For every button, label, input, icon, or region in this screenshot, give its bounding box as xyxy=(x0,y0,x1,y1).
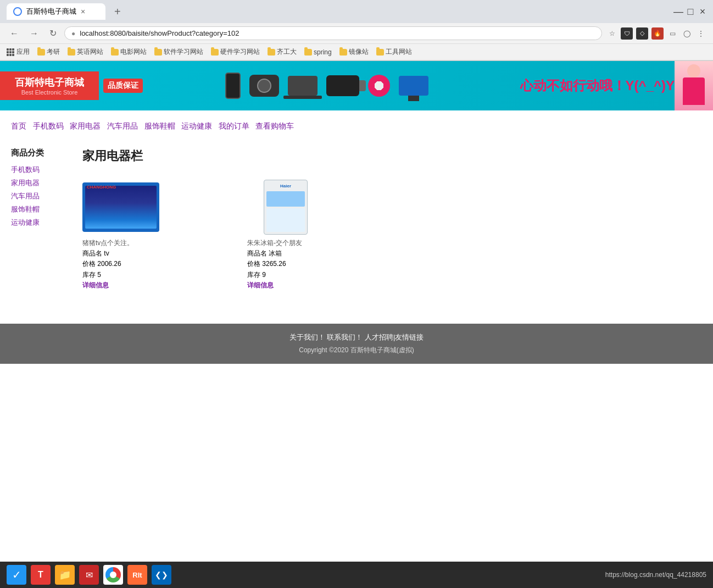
sidebar-item-auto[interactable]: 汽车用品 xyxy=(11,191,82,201)
product-fridge-image-wrapper: Haier xyxy=(247,180,324,235)
lock-icon: ● xyxy=(71,30,75,37)
product-tv-stock-label: 库存 xyxy=(82,271,96,279)
product-tv-stock-row: 库存 5 xyxy=(82,270,133,280)
laptop-product-icon xyxy=(288,76,317,96)
banner-logo: 百斯特电子商城 Best Electronic Store xyxy=(0,71,99,100)
product-fridge-stock-label: 库存 xyxy=(247,271,260,279)
fridge-top xyxy=(266,191,305,207)
nav-auto[interactable]: 汽车用品 xyxy=(107,121,138,130)
folder-icon xyxy=(268,49,275,56)
browser-tab[interactable]: 百斯特电子商城 × xyxy=(7,3,105,20)
folder-icon xyxy=(211,49,219,56)
more-icon[interactable]: ⋮ xyxy=(695,28,706,39)
extension-icon[interactable]: ◇ xyxy=(636,27,648,40)
banner-badge: 品质保证 xyxy=(103,79,143,93)
bookmark-kaoyuan[interactable]: 考研 xyxy=(35,46,62,58)
haier-logo: Haier xyxy=(266,182,305,190)
product-tv-name-label: 商品名 xyxy=(82,249,102,257)
maximize-button[interactable]: □ xyxy=(687,8,694,15)
bookmark-label: 工具网站 xyxy=(386,47,412,57)
nav-appliance[interactable]: 家用电器 xyxy=(70,121,101,130)
bookmark-tools[interactable]: 工具网站 xyxy=(374,46,414,58)
minimize-button[interactable]: — xyxy=(675,8,682,15)
bookmark-label: spring xyxy=(314,48,332,56)
sidebar-item-mobile[interactable]: 手机数码 xyxy=(11,165,82,175)
browser-nav-icons: ☆ 🛡 ◇ 🔥 ▭ ◯ ⋮ xyxy=(606,27,706,40)
product-fridge-name: 冰箱 xyxy=(269,249,282,257)
folder-icon xyxy=(154,49,162,56)
bookmark-label: 电影网站 xyxy=(120,47,147,57)
monitor-product-icon xyxy=(399,76,428,96)
sidebar: 商品分类 手机数码 家用电器 汽车用品 服饰鞋帽 运动健康 xyxy=(11,148,82,291)
new-tab-button[interactable]: + xyxy=(110,5,125,18)
close-button[interactable]: × xyxy=(699,8,706,15)
firefox-icon[interactable]: 🔥 xyxy=(651,27,664,40)
product-fridge-name-row: 商品名 冰箱 xyxy=(247,248,302,259)
tab-favicon xyxy=(13,7,22,16)
product-content: 家用电器栏 CHANGHONG 猪猪tv点个关注。 商品名 xyxy=(82,148,702,291)
bookmark-label: 考研 xyxy=(47,47,60,57)
product-tv-info: 猪猪tv点个关注。 商品名 tv 价格 2006.26 库存 5 xyxy=(82,238,133,291)
bookmark-qigongda[interactable]: 齐工大 xyxy=(265,46,299,58)
footer: 关于我们！ 联系我们！ 人才招聘|友情链接 Copyright ©2020 百斯… xyxy=(0,324,713,364)
phone-product-icon xyxy=(225,73,241,99)
bookmark-hardware[interactable]: 硬件学习网站 xyxy=(209,46,262,58)
banner-logo-sub: Best Electronic Store xyxy=(21,89,78,96)
product-fridge-seller: 朱朱冰箱-交个朋友 xyxy=(247,238,302,248)
banner-logo-title: 百斯特电子商城 xyxy=(15,76,84,89)
forward-button[interactable]: → xyxy=(26,27,42,40)
sidebar-item-clothing[interactable]: 服饰鞋帽 xyxy=(11,204,82,214)
bookmark-label: 软件学习网站 xyxy=(164,47,203,57)
product-tv-image-wrapper: CHANGHONG xyxy=(82,180,159,235)
title-bar: 百斯特电子商城 × + — □ × xyxy=(0,0,713,23)
banner-person xyxy=(675,61,713,110)
security-icon[interactable]: 🛡 xyxy=(621,27,633,40)
product-fridge-price-row: 价格 3265.26 xyxy=(247,259,302,269)
nav-cart[interactable]: 查看购物车 xyxy=(255,121,294,130)
product-tv-price-label: 价格 xyxy=(82,260,96,268)
folder-icon xyxy=(111,49,119,56)
bookmark-mirror[interactable]: 镜像站 xyxy=(337,46,371,58)
nav-sport[interactable]: 运动健康 xyxy=(181,121,212,130)
product-tv-detail-row: 详细信息 xyxy=(82,280,133,291)
bookmarks-bar: 应用 考研 英语网站 电影网站 软件学习网站 硬件学习网站 齐工大 sprin xyxy=(0,44,713,60)
address-bar[interactable]: ● localhost:8080/baisite/showProduct?cat… xyxy=(64,26,602,40)
apps-label: 应用 xyxy=(16,47,30,57)
main-nav: 首页 手机数码 家用电器 汽车用品 服饰鞋帽 运动健康 我的订单 查看购物车 xyxy=(0,110,713,137)
bookmark-spring[interactable]: spring xyxy=(302,47,334,57)
puzzle-icon[interactable]: ▭ xyxy=(667,28,678,39)
bookmark-software[interactable]: 软件学习网站 xyxy=(152,46,205,58)
tab-close-button[interactable]: × xyxy=(81,7,85,16)
product-tv-detail-link[interactable]: 详细信息 xyxy=(82,281,109,289)
apps-button[interactable]: 应用 xyxy=(7,47,30,57)
nav-clothing[interactable]: 服饰鞋帽 xyxy=(144,121,175,130)
tv-screen xyxy=(85,186,157,229)
sidebar-item-sport[interactable]: 运动健康 xyxy=(11,218,82,228)
bookmark-label: 齐工大 xyxy=(277,47,297,57)
nav-orders[interactable]: 我的订单 xyxy=(219,121,249,130)
refresh-button[interactable]: ↻ xyxy=(46,27,60,40)
tv-brand-label: CHANGHONG xyxy=(87,185,116,190)
bookmark-movie[interactable]: 电影网站 xyxy=(109,46,149,58)
nav-home[interactable]: 首页 xyxy=(11,121,26,130)
products-row: CHANGHONG 猪猪tv点个关注。 商品名 tv 价格 2006.26 xyxy=(82,180,702,291)
star-icon[interactable]: ☆ xyxy=(606,28,617,39)
product-tv: CHANGHONG 猪猪tv点个关注。 商品名 tv 价格 2006.26 xyxy=(82,180,192,291)
bookmark-label: 英语网站 xyxy=(77,47,103,57)
product-fridge-detail-row: 详细信息 xyxy=(247,280,302,291)
profile-icon[interactable]: ◯ xyxy=(681,28,692,39)
folder-icon xyxy=(37,49,45,56)
window-controls: — □ × xyxy=(675,8,706,15)
folder-icon xyxy=(376,49,384,56)
folder-icon xyxy=(304,49,312,56)
fridge-bottom xyxy=(266,208,305,232)
bookmark-english[interactable]: 英语网站 xyxy=(65,46,105,58)
product-fridge-detail-link[interactable]: 详细信息 xyxy=(247,281,274,289)
nav-mobile[interactable]: 手机数码 xyxy=(33,121,64,130)
product-tv-price-row: 价格 2006.26 xyxy=(82,259,133,269)
tabs-area: 百斯特电子商城 × + xyxy=(7,3,125,20)
folder-icon xyxy=(68,49,75,56)
sidebar-item-appliance[interactable]: 家用电器 xyxy=(11,178,82,188)
back-button[interactable]: ← xyxy=(7,27,22,40)
fridge-image: Haier xyxy=(264,180,308,235)
